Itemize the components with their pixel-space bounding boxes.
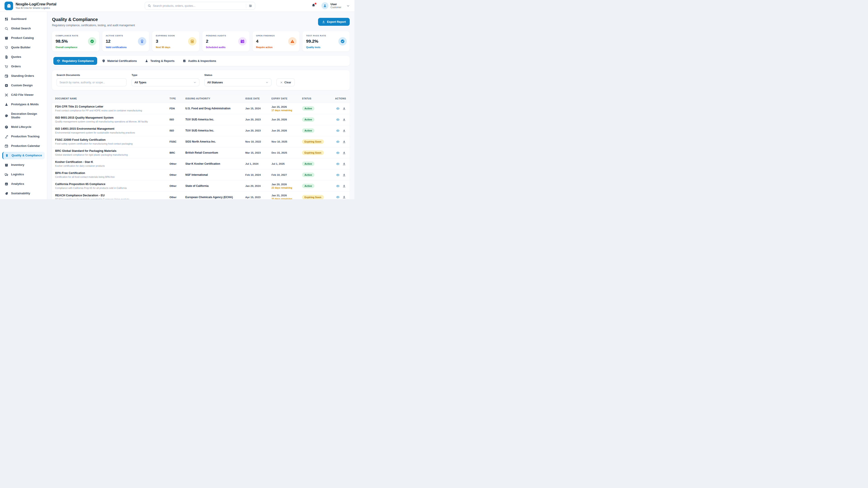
document-description: Certification for all food contact mater… — [55, 175, 169, 178]
sidebar-item-label: Mold Lifecycle — [11, 125, 31, 129]
status-cell: Active — [302, 162, 333, 166]
view-button[interactable] — [336, 129, 340, 132]
download-button[interactable] — [342, 173, 346, 177]
view-button[interactable] — [336, 195, 340, 199]
actions-cell — [333, 107, 350, 110]
user-meta: User Customer — [331, 3, 341, 9]
sidebar-item-prototypes-molds[interactable]: Prototypes & Molds — [2, 101, 45, 108]
stat-icon-wrap — [288, 37, 297, 46]
expiry-date-cell: Nov 10, 2025 — [272, 140, 302, 143]
view-button[interactable] — [336, 173, 340, 177]
document-name: ISO 14001:2015 Environmental Management — [55, 127, 169, 130]
document-name: Kosher Certification - Star-K — [55, 160, 169, 164]
document-name-cell: ISO 9001:2015 Quality Management SystemQ… — [52, 116, 169, 123]
document-name-cell: Kosher Certification - Star-KKosher cert… — [52, 160, 169, 167]
eye-icon — [336, 140, 340, 143]
status-filter-select[interactable]: All Statuses — [204, 78, 272, 86]
sidebar-item-quality-compliance[interactable]: Quality & Compliance — [2, 152, 45, 159]
status-cell: Active — [302, 106, 333, 111]
sidebar-item-orders[interactable]: Orders — [2, 63, 45, 70]
view-button[interactable] — [336, 140, 340, 143]
view-button[interactable] — [336, 184, 340, 188]
calendar-icon — [4, 144, 8, 148]
sidebar-item-mold-lifecycle[interactable]: Mold Lifecycle — [2, 123, 45, 131]
document-name-cell: BRC Global Standard for Packaging Materi… — [52, 149, 169, 156]
tab-regulatory-compliance[interactable]: Regulatory Compliance — [53, 57, 97, 65]
status-badge: Active — [302, 173, 314, 177]
sidebar-item-decoration-design-studio[interactable]: Decoration Design Studio — [2, 110, 45, 121]
sidebar-item-quotes[interactable]: Quotes — [2, 53, 45, 61]
eye-icon — [336, 151, 340, 155]
sidebar-item-label: Production Calendar — [11, 144, 40, 148]
download-button[interactable] — [342, 162, 346, 166]
eye-icon — [336, 195, 340, 199]
award-ribbon-icon — [140, 39, 144, 43]
stat-card-compliance-rate: COMPLIANCE RATE98.5%Overall compliance — [52, 31, 99, 52]
type-filter-select[interactable]: All Types — [131, 78, 199, 86]
download-button[interactable] — [342, 118, 346, 121]
download-button[interactable] — [342, 184, 346, 188]
chevron-down-icon[interactable] — [346, 4, 350, 8]
document-description: Environmental management system for sust… — [55, 131, 169, 134]
sidebar-item-cad-file-viewer[interactable]: CAD File Viewer — [2, 91, 45, 99]
issuing-authority: British Retail Consortium — [185, 151, 245, 154]
sliders-icon[interactable] — [249, 4, 252, 8]
sidebar-item-logistics[interactable]: Logistics — [2, 171, 45, 178]
search-documents-label: Search Documents — [57, 74, 127, 76]
quality-compliance-app: { "brand": { "title": "Nexgile-LogiCrew … — [0, 0, 354, 199]
download-button[interactable] — [342, 195, 346, 199]
shield-check-icon — [102, 59, 105, 63]
sidebar-item-quote-builder[interactable]: Quote Builder — [2, 44, 45, 51]
square-plus-icon — [4, 84, 8, 88]
tab-testing-reports[interactable]: Testing & Reports — [142, 57, 178, 65]
download-button[interactable] — [342, 140, 346, 143]
document-name: FDA CFR Title 21 Compliance Letter — [55, 105, 169, 108]
sidebar-item-analytics[interactable]: Analytics — [2, 180, 45, 188]
view-button[interactable] — [336, 118, 340, 121]
expiry-date-cell: Jan 20, 202622 days remaining — [272, 183, 302, 189]
download-button[interactable] — [342, 151, 346, 155]
tab-material-certifications[interactable]: Material Certifications — [98, 57, 141, 65]
download-button[interactable] — [342, 129, 346, 132]
sidebar-item-product-catalog[interactable]: Product Catalog — [2, 34, 45, 42]
export-report-button[interactable]: Export Report — [318, 18, 350, 26]
view-button[interactable] — [336, 162, 340, 166]
avatar[interactable] — [321, 2, 329, 9]
search-documents-input[interactable] — [57, 78, 127, 86]
expiry-date: Jul 1, 2025 — [272, 162, 302, 165]
notifications-button[interactable] — [311, 3, 315, 8]
issuing-authority: European Chemicals Agency (ECHA) — [185, 196, 245, 199]
status-filter-value: All Statuses — [207, 81, 223, 84]
search-icon — [148, 4, 151, 7]
page-title: Quality & Compliance — [52, 17, 135, 22]
document-name: FSSC 22000 Food Safety Certification — [55, 138, 169, 141]
download-button[interactable] — [342, 107, 346, 110]
sidebar-item-custom-design[interactable]: Custom Design — [2, 82, 45, 89]
sidebar-item-dashboard[interactable]: Dashboard — [2, 15, 45, 23]
sidebar-item-inventory[interactable]: Inventory — [2, 161, 45, 169]
tab-audits-inspections[interactable]: Audits & Inspections — [179, 57, 219, 65]
status-cell: Active — [302, 184, 333, 188]
actions-cell — [333, 140, 350, 143]
sidebar-item-production-calendar[interactable]: Production Calendar — [2, 142, 45, 150]
expiry-date-cell: Feb 10, 2027 — [272, 173, 302, 176]
cad-box-icon — [4, 93, 8, 97]
award-icon — [5, 154, 9, 158]
download-small-icon — [342, 107, 346, 110]
global-search-input[interactable] — [153, 4, 243, 7]
view-button[interactable] — [336, 151, 340, 155]
stat-icon-wrap — [238, 37, 247, 46]
table-row: Kosher Certification - Star-KKosher cert… — [52, 158, 350, 169]
sidebar-item-production-tracking[interactable]: Production Tracking — [2, 133, 45, 140]
sidebar-item-standing-orders[interactable]: Standing Orders — [2, 72, 45, 80]
sidebar-item-global-search[interactable]: Global Search — [2, 25, 45, 32]
expiry-date-cell: Jun 20, 2026 — [272, 118, 302, 121]
document-type: ISO — [169, 129, 185, 132]
actions-cell — [333, 151, 350, 155]
sidebar-item-sustainability[interactable]: Sustainability — [2, 190, 45, 197]
clear-filters-button[interactable]: Clear — [276, 78, 295, 86]
status-badge: Active — [302, 162, 314, 166]
view-button[interactable] — [336, 107, 340, 110]
document-description: Compliance with California Prop 65 for a… — [55, 187, 169, 189]
sidebar-item-label: Analytics — [11, 182, 24, 186]
